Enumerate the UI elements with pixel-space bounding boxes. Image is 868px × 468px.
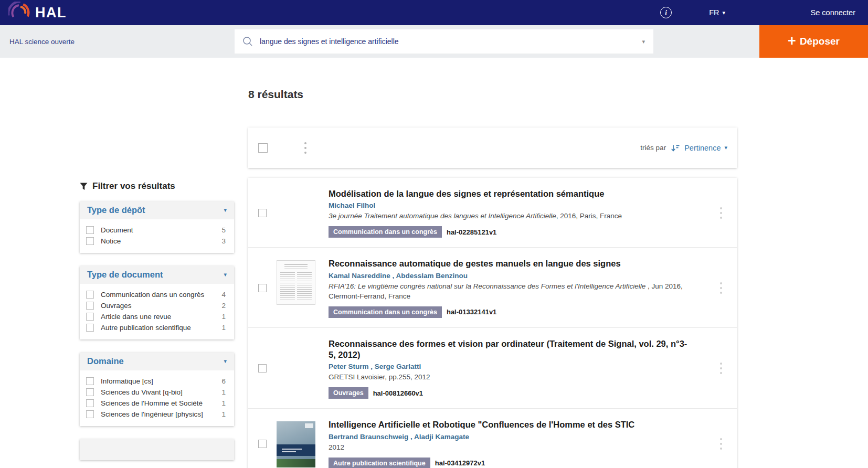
result-authors[interactable]: Bertrand Braunschweig , Aladji Kamagate: [329, 433, 690, 441]
filter-checkbox[interactable]: [86, 399, 94, 407]
result-checkbox[interactable]: [258, 440, 267, 448]
filter-option: Document 5: [86, 226, 226, 234]
filter-option: Notice 3: [86, 237, 226, 245]
result-checkbox[interactable]: [258, 364, 267, 373]
result-checkbox[interactable]: [258, 209, 267, 217]
venue-details: 2012: [329, 443, 344, 451]
collapse-caret-icon[interactable]: ▾: [224, 358, 227, 364]
document-thumbnail[interactable]: [277, 260, 315, 305]
deposit-button[interactable]: + Déposer: [759, 25, 868, 58]
filter-option-count: 1: [221, 313, 226, 321]
filter-option-label[interactable]: Informatique [cs]: [101, 377, 153, 385]
chevron-down-icon: ▾: [724, 145, 727, 151]
filter-panel-header[interactable]: Type de document ▾: [80, 266, 234, 284]
filter-option-label[interactable]: Ouvrages: [101, 302, 132, 310]
doc-type-badge: Ouvrages: [329, 387, 368, 399]
filter-checkbox[interactable]: [86, 388, 94, 396]
filter-checkbox[interactable]: [86, 313, 94, 321]
filter-option-count: 6: [221, 377, 226, 385]
filter-checkbox[interactable]: [86, 226, 94, 234]
result-kebab-icon[interactable]: [720, 282, 722, 294]
filter-panel-header[interactable]: Type de dépôt ▾: [80, 201, 234, 219]
filter-checkbox[interactable]: [86, 291, 94, 299]
search-input[interactable]: [260, 37, 642, 46]
results-main: triés par Pertinence ▾: [248, 127, 737, 468]
filter-checkbox[interactable]: [86, 377, 94, 385]
filter-option-label[interactable]: Document: [101, 226, 133, 234]
book-cover-thumbnail[interactable]: [277, 421, 315, 467]
filter-panel-type-depot: Type de dépôt ▾ Document 5 Notice 3: [80, 201, 234, 253]
result-title[interactable]: Reconnaissance automatique de gestes man…: [329, 258, 690, 269]
result-title[interactable]: Modélisation de la langue des signes et …: [329, 188, 690, 199]
publication-id[interactable]: hal-02285121v1: [447, 228, 496, 236]
filter-option-count: 1: [221, 399, 226, 407]
results-count: 8 résultats: [248, 88, 303, 101]
filter-option: Sciences de l'ingénieur [physics] 1: [86, 410, 226, 418]
filter-panel-title: Type de dépôt: [87, 205, 145, 215]
results-toolbar: triés par Pertinence ▾: [248, 127, 737, 168]
filters-sidebar: Filtrer vos résultats Type de dépôt ▾ Do…: [80, 181, 234, 460]
result-kebab-icon[interactable]: [720, 207, 722, 219]
collapse-caret-icon[interactable]: ▾: [224, 207, 227, 213]
filter-option-label[interactable]: Sciences de l'ingénieur [physics]: [101, 410, 203, 418]
result-authors[interactable]: Kamal Nasreddine , Abdesslam Benzinou: [329, 272, 690, 280]
venue-name: 3e journée Traitement automatique des la…: [329, 212, 556, 220]
filter-option-label[interactable]: Autre publication scientifique: [101, 324, 191, 332]
doc-type-badge: Autre publication scientifique: [329, 458, 430, 468]
result-item: Reconnaissance des formes et vision par …: [248, 328, 737, 409]
result-kebab-icon[interactable]: [720, 438, 722, 450]
filter-checkbox[interactable]: [86, 237, 94, 245]
filter-panel-domaine: Domaine ▾ Informatique [cs] 6 Sciences d…: [80, 353, 234, 426]
top-navbar: HAL i FR ▾ Se connecter: [0, 0, 868, 25]
filter-option-count: 1: [221, 388, 226, 396]
result-title[interactable]: Reconnaissance des formes et vision par …: [329, 338, 690, 361]
home-link[interactable]: HAL science ouverte: [9, 38, 75, 46]
publication-id[interactable]: hal-00812660v1: [373, 389, 423, 397]
filter-checkbox[interactable]: [86, 302, 94, 310]
filter-option-count: 1: [221, 324, 226, 332]
filter-option-count: 4: [221, 291, 226, 299]
filter-option: Ouvrages 2: [86, 302, 226, 310]
result-title[interactable]: Intelligence Artificielle et Robotique "…: [329, 419, 690, 430]
filter-option-count: 5: [221, 226, 226, 234]
hal-logo[interactable]: HAL: [8, 2, 67, 24]
search-dropdown-caret-icon[interactable]: ▾: [642, 39, 645, 45]
filter-panel-next-header[interactable]: [80, 439, 234, 460]
search-bar-section: HAL science ouverte ▾ + Déposer: [0, 25, 868, 58]
result-authors[interactable]: Michael Filhol: [329, 201, 690, 209]
venue-name: RFIA'16: Le vingtième congrès national s…: [329, 282, 648, 290]
filter-option: Autre publication scientifique 1: [86, 324, 226, 332]
bulk-actions-kebab-icon[interactable]: [304, 142, 306, 154]
publication-id[interactable]: hal-01332141v1: [447, 308, 496, 316]
result-kebab-icon[interactable]: [720, 363, 722, 374]
publication-id[interactable]: hal-03412972v1: [435, 459, 485, 467]
filter-option-label[interactable]: Communication dans un congrès: [101, 291, 204, 299]
language-value: FR: [709, 8, 719, 17]
hal-search-page: HAL i FR ▾ Se connecter HAL science ouve…: [0, 0, 868, 468]
collapse-caret-icon[interactable]: ▾: [224, 272, 227, 278]
filter-option-label[interactable]: Sciences du Vivant [q-bio]: [101, 388, 183, 396]
filter-option-label[interactable]: Notice: [101, 237, 121, 245]
thumbnail-placeholder: [277, 338, 329, 399]
filters-title: Filtrer vos résultats: [92, 181, 175, 192]
filter-option-label[interactable]: Sciences de l'Homme et Société: [101, 399, 203, 407]
result-checkbox[interactable]: [258, 284, 267, 292]
filter-panel-title: Domaine: [87, 356, 124, 366]
result-authors[interactable]: Peter Sturm , Serge Garlatti: [329, 363, 690, 370]
info-icon[interactable]: i: [660, 7, 672, 18]
login-link[interactable]: Se connecter: [811, 8, 855, 17]
plus-icon: +: [788, 34, 796, 48]
funnel-icon: [80, 183, 88, 190]
filter-option: Informatique [cs] 6: [86, 377, 226, 385]
filter-panel-title: Type de document: [87, 270, 163, 280]
thumbnail-placeholder: [277, 188, 329, 238]
sort-selector[interactable]: Pertinence ▾: [684, 144, 727, 152]
filter-option-label[interactable]: Article dans une revue: [101, 313, 171, 321]
filter-panel-header[interactable]: Domaine ▾: [80, 353, 234, 370]
filter-checkbox[interactable]: [86, 410, 94, 418]
select-all-checkbox[interactable]: [258, 143, 268, 153]
language-selector[interactable]: FR ▾: [709, 8, 725, 17]
result-item: Intelligence Artificielle et Robotique "…: [248, 409, 737, 468]
filter-checkbox[interactable]: [86, 324, 94, 332]
result-item: Modélisation de la langue des signes et …: [248, 178, 737, 248]
